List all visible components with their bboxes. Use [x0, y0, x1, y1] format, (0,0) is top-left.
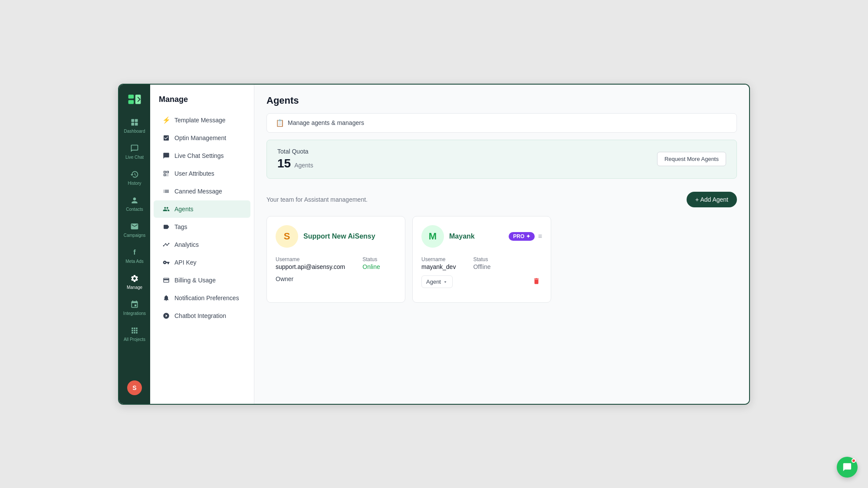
nav-item-billing-usage[interactable]: Billing & Usage: [154, 272, 250, 289]
sidebar-icon-all-projects[interactable]: All Projects: [119, 321, 150, 346]
agents-grid: S Support New AiSensy Username support.a…: [266, 216, 737, 303]
billing-usage-icon: [162, 276, 170, 284]
dashboard-icon: [129, 117, 140, 128]
meta-ads-label: Meta Ads: [125, 259, 144, 264]
api-key-icon: [162, 259, 170, 266]
agent-card-header-mayank: M Mayank PRO ✦ ≡: [421, 225, 542, 248]
breadcrumb-icon: 📋: [276, 119, 284, 127]
sidebar-icon-livechat[interactable]: Live Chat: [119, 139, 150, 164]
tags-icon: [162, 223, 170, 231]
campaigns-icon: [129, 221, 140, 232]
nav-sidebar: Manage ⚡ Template Message Optin Manageme…: [150, 85, 254, 404]
sidebar-icon-history[interactable]: History: [119, 165, 150, 190]
nav-sidebar-title: Manage: [150, 92, 254, 111]
nav-item-chatbot-integration[interactable]: Chatbot Integration: [154, 307, 250, 324]
sidebar-bottom: S: [127, 373, 142, 399]
breadcrumb-text: Manage agents & managers: [288, 119, 364, 126]
agent-role-support: Owner: [276, 275, 396, 282]
agent-header-left-support: S Support New AiSensy: [276, 225, 375, 248]
agent-name-support: Support New AiSensy: [303, 233, 375, 240]
main-content: Agents 📋 Manage agents & managers Total …: [254, 85, 749, 404]
manage-icon: [129, 273, 140, 284]
contacts-icon: [129, 195, 140, 206]
agent-username-support: Username support.api@aisensy.com: [276, 256, 345, 270]
agent-header-left-mayank: M Mayank: [421, 225, 475, 248]
sidebar-icon-integrations[interactable]: Integrations: [119, 295, 150, 320]
agent-role-dropdown-mayank[interactable]: Agent: [421, 275, 453, 288]
history-icon: [129, 169, 140, 180]
agent-card-header-support: S Support New AiSensy: [276, 225, 396, 248]
sidebar-icon-contacts[interactable]: Contacts: [119, 191, 150, 216]
contacts-label: Contacts: [126, 207, 143, 212]
manage-label: Manage: [127, 285, 142, 290]
sidebar-icon-campaigns[interactable]: Campaigns: [119, 217, 150, 242]
chat-fab-notification-dot: [852, 459, 856, 463]
agent-card-mayank: M Mayank PRO ✦ ≡ Username mayank_dev: [412, 216, 551, 303]
livechat-icon: [129, 143, 140, 154]
pro-badge: PRO ✦: [509, 232, 534, 241]
analytics-icon: [162, 241, 170, 249]
nav-item-user-attributes[interactable]: User Attributes: [154, 165, 250, 182]
svg-rect-1: [128, 100, 134, 104]
chat-fab[interactable]: [837, 457, 858, 478]
sidebar-icon-dashboard[interactable]: Dashboard: [119, 113, 150, 138]
integrations-icon: [129, 299, 140, 310]
svg-rect-6: [135, 122, 138, 125]
svg-rect-5: [132, 122, 135, 125]
agent-fields-mayank: Username mayank_dev Status Offline: [421, 256, 542, 270]
nav-item-canned-message[interactable]: Canned Message: [154, 183, 250, 200]
quota-unit: Agents: [294, 162, 313, 169]
agent-status-mayank: Status Offline: [473, 256, 490, 270]
sidebar-icon-meta-ads[interactable]: f Meta Ads: [119, 243, 150, 268]
agent-status-support: Status Online: [362, 256, 380, 270]
add-agent-button[interactable]: + Add Agent: [687, 192, 737, 207]
agent-avatar-mayank: M: [421, 225, 444, 248]
sidebar-icon-manage[interactable]: Manage: [119, 269, 150, 294]
all-projects-icon: [129, 325, 140, 336]
agent-avatar-support: S: [276, 225, 298, 248]
nav-item-agents[interactable]: Agents: [154, 200, 250, 218]
agent-fields-support: Username support.api@aisensy.com Status …: [276, 256, 396, 270]
svg-rect-4: [135, 119, 138, 122]
breadcrumb-banner: 📋 Manage agents & managers: [266, 113, 737, 133]
quota-card: Total Quota 15 Agents Request More Agent…: [266, 140, 737, 179]
canned-message-icon: [162, 187, 170, 195]
notification-preferences-icon: [162, 294, 170, 302]
svg-rect-3: [132, 119, 135, 122]
nav-item-analytics[interactable]: Analytics: [154, 236, 250, 253]
svg-rect-0: [128, 95, 134, 98]
quota-label: Total Quota: [277, 148, 313, 155]
agent-username-mayank: Username mayank_dev: [421, 256, 456, 270]
nav-item-notification-preferences[interactable]: Notification Preferences: [154, 289, 250, 307]
history-label: History: [128, 181, 141, 186]
add-agent-section: Your team for Assistant management. + Ad…: [266, 187, 737, 216]
nav-item-tags[interactable]: Tags: [154, 218, 250, 236]
all-projects-label: All Projects: [124, 337, 145, 342]
integrations-label: Integrations: [123, 311, 146, 316]
dashboard-label: Dashboard: [124, 129, 145, 134]
nav-item-api-key[interactable]: API Key: [154, 254, 250, 271]
delete-agent-button-mayank[interactable]: [531, 275, 542, 288]
add-agent-description: Your team for Assistant management.: [266, 196, 368, 203]
icon-sidebar: Dashboard Live Chat History Contacts Cam: [119, 85, 150, 404]
live-chat-settings-icon: [162, 152, 170, 160]
nav-item-optin-management[interactable]: Optin Management: [154, 129, 250, 147]
quota-number: 15: [277, 157, 291, 170]
quota-count: 15 Agents: [277, 157, 313, 170]
agent-name-mayank: Mayank: [449, 233, 475, 240]
optin-management-icon: [162, 134, 170, 142]
livechat-label: Live Chat: [125, 155, 144, 160]
page-title: Agents: [266, 95, 737, 106]
arrow-annotation: [746, 183, 749, 213]
agent-bottom-row-mayank: Agent: [421, 275, 542, 288]
user-avatar[interactable]: S: [127, 380, 142, 395]
filter-icon[interactable]: ≡: [538, 233, 542, 240]
nav-item-live-chat-settings[interactable]: Live Chat Settings: [154, 147, 250, 164]
app-logo: [125, 90, 144, 109]
template-message-icon: ⚡: [162, 116, 170, 124]
agent-card-actions-mayank: PRO ✦ ≡: [509, 232, 542, 241]
campaigns-label: Campaigns: [124, 233, 146, 238]
chatbot-integration-icon: [162, 312, 170, 320]
request-more-agents-button[interactable]: Request More Agents: [657, 152, 726, 166]
nav-item-template-message[interactable]: ⚡ Template Message: [154, 111, 250, 129]
